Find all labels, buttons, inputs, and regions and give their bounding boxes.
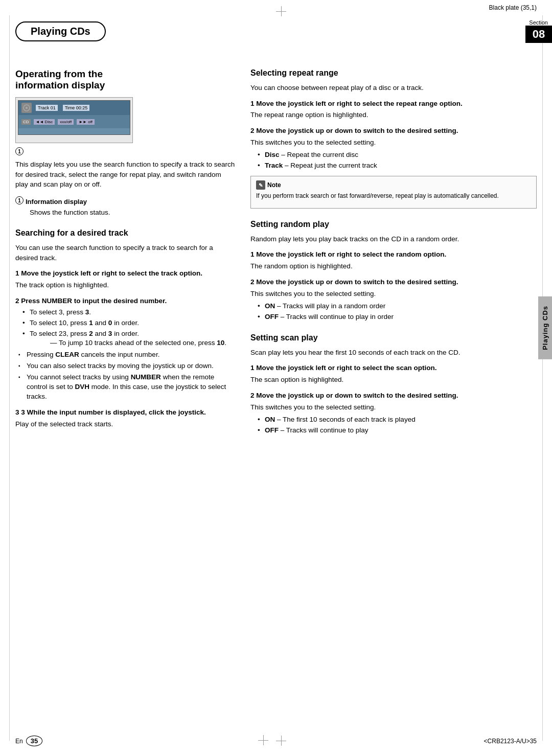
note-box: ✎ Note If you perform track search or fa… xyxy=(250,176,537,208)
screen-option1: ◄◄ Disc xyxy=(34,119,55,125)
repeat-bullets: Disc – Repeat the current disc Track – R… xyxy=(258,150,537,171)
scan-section: Setting scan play Scan play lets you hea… xyxy=(250,333,537,436)
intro-text: This display lets you use the search fun… xyxy=(15,159,235,190)
search-step3-heading: 3 3 While the input number is displayed,… xyxy=(15,408,235,418)
footer: En 35 <CRB2123-A/U>35 xyxy=(0,735,552,747)
left-column: Operating from the information display T… xyxy=(15,68,235,438)
time-label: Time 00:25 xyxy=(63,105,90,111)
display-caption: 1 xyxy=(15,147,235,155)
scan-step2-result: This switches you to the selected settin… xyxy=(250,402,537,413)
footer-en: En 35 xyxy=(15,736,42,746)
scan-bullet-1: ON – The first 10 seconds of each track … xyxy=(258,415,537,425)
screen-option2: xxx/off xyxy=(58,119,74,125)
screen-track-info: Track 01 Time 00:25 xyxy=(36,105,127,111)
track-label: Track 01 xyxy=(36,105,58,111)
random-step1-result: The random option is highlighted. xyxy=(250,261,537,271)
note-title: ✎ Note xyxy=(256,180,531,190)
section-badge: 08 xyxy=(525,26,552,43)
circled-1-info: 1 xyxy=(15,196,24,204)
screen-bottom-row: CD ◄◄ Disc xxx/off ►► off xyxy=(18,115,130,128)
repeat-section: Selecting repeat range You can choose be… xyxy=(250,68,537,209)
repeat-step1-result: The repeat range option is highlighted. xyxy=(250,110,537,120)
black-plate-label: Black plate (35,1) xyxy=(489,4,537,11)
section-label: Section xyxy=(529,19,548,26)
info-display-label-row: 1 Information display xyxy=(15,195,235,207)
note-icon: ✎ xyxy=(256,180,265,190)
display-screen: Track 01 Time 00:25 CD ◄◄ Disc xxx/off ►… xyxy=(18,100,130,135)
search-square-2: You can also select tracks by moving the… xyxy=(18,361,235,371)
scan-bullets: ON – The first 10 seconds of each track … xyxy=(258,415,537,436)
side-tab: Playing CDs xyxy=(538,296,552,359)
info-display-desc: Shows the function status. xyxy=(30,208,235,218)
scan-intro: Scan play lets you hear the first 10 sec… xyxy=(250,348,537,358)
random-bullets: ON – Tracks will play in a random order … xyxy=(258,302,537,322)
search-bullet-3: To select 23, press 2 and 3 in order. To… xyxy=(22,329,235,349)
repeat-step1-heading: 1 Move the joystick left or right to sel… xyxy=(250,99,537,109)
en-label: En xyxy=(15,738,23,745)
random-bullet-1: ON – Tracks will play in a random order xyxy=(258,302,537,311)
search-step1-result: The track option is highlighted. xyxy=(15,280,235,290)
product-code: <CRB2123-A/U>35 xyxy=(484,738,537,745)
search-step1-heading: 1 Move the joystick left or right to sel… xyxy=(15,269,235,279)
scan-bullet-2: OFF – Tracks will continue to play xyxy=(258,426,537,436)
random-step2-result: This switches you to the selected settin… xyxy=(250,289,537,299)
note-text: If you perform track search or fast forw… xyxy=(256,192,531,200)
random-step1-heading: 1 Move the joystick left or right to sel… xyxy=(250,250,537,260)
scan-step2-heading: 2 Move the joystick up or down to switch… xyxy=(250,391,537,401)
random-intro: Random play lets you play back tracks on… xyxy=(250,234,537,244)
main-section-title: Operating from the information display xyxy=(15,68,235,91)
cd-icon xyxy=(21,103,32,113)
search-step2-heading: 2 Press NUMBER to input the desired numb… xyxy=(15,296,235,306)
search-step2-bullets: To select 3, press 3. To select 10, pres… xyxy=(22,308,235,349)
search-square-bullets: Pressing CLEAR cancels the input number.… xyxy=(18,350,235,401)
repeat-bullet-2: Track – Repeat just the current track xyxy=(258,161,537,171)
searching-title: Searching for a desired track xyxy=(15,228,235,238)
left-border xyxy=(9,15,10,741)
right-border xyxy=(542,15,543,741)
footer-crosshair xyxy=(258,735,268,747)
cd-label: CD xyxy=(21,119,31,125)
search-bullet-2: To select 10, press 1 and 0 in order. xyxy=(22,318,235,328)
search-step3-result: Play of the selected track starts. xyxy=(15,419,235,429)
screen-option3: ►► off xyxy=(77,119,95,125)
random-title: Setting random play xyxy=(250,220,537,229)
random-bullet-2: OFF – Tracks will continue to play in or… xyxy=(258,312,537,322)
search-dash-1: To jump 10 tracks ahead of the selected … xyxy=(50,338,235,348)
repeat-intro: You can choose between repeat play of a … xyxy=(250,83,537,93)
page-number: 35 xyxy=(26,736,42,746)
random-section: Setting random play Random play lets you… xyxy=(250,220,537,322)
circled-1: 1 xyxy=(15,147,24,155)
scan-step1-heading: 1 Move the joystick left or right to sel… xyxy=(250,363,537,373)
info-display-label: Information display xyxy=(26,198,87,205)
repeat-step2-heading: 2 Move the joystick up or down to switch… xyxy=(250,126,537,136)
chapter-title: Playing CDs xyxy=(15,21,106,41)
main-content: Operating from the information display T… xyxy=(0,12,552,468)
search-square-3: You cannot select tracks by using NUMBER… xyxy=(18,373,235,402)
random-step2-heading: 2 Move the joystick up or down to switch… xyxy=(250,278,537,287)
right-column: Selecting repeat range You can choose be… xyxy=(250,68,537,438)
repeat-title: Selecting repeat range xyxy=(250,68,537,78)
repeat-step2-result: This switches you to the selected settin… xyxy=(250,138,537,148)
info-display-section: 1 Information display Shows the function… xyxy=(15,195,235,218)
svg-point-1 xyxy=(26,107,28,109)
repeat-bullet-1: Disc – Repeat the current disc xyxy=(258,150,537,160)
searching-intro: You can use the search function to speci… xyxy=(15,243,235,263)
search-square-1: Pressing CLEAR cancels the input number. xyxy=(18,350,235,360)
scan-title: Setting scan play xyxy=(250,333,537,342)
searching-section: Searching for a desired track You can us… xyxy=(15,228,235,429)
display-image: Track 01 Time 00:25 CD ◄◄ Disc xxx/off ►… xyxy=(15,97,133,143)
screen-top-row: Track 01 Time 00:25 xyxy=(18,101,130,115)
scan-step1-result: The scan option is highlighted. xyxy=(250,375,537,385)
search-bullet-1: To select 3, press 3. xyxy=(22,308,235,317)
